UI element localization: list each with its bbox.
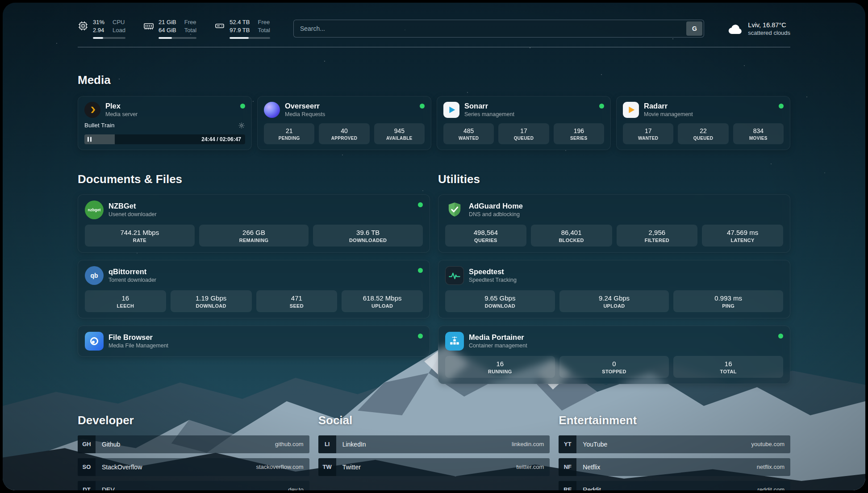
cpu-load: 2.94 <box>93 27 104 34</box>
app-subtitle: Usenet downloader <box>108 211 157 217</box>
link-netflix[interactable]: NF Netflix netflix.com <box>559 458 790 476</box>
stat-queued: 17 QUEUED <box>498 123 549 144</box>
status-dot <box>240 104 245 109</box>
stat-available: 945 AVAILABLE <box>374 123 425 144</box>
ram-widget: 21 GiB 64 GiB Free Total <box>143 19 196 39</box>
app-subtitle: Speedtest Tracking <box>469 277 517 283</box>
app-name: Plex <box>105 102 138 110</box>
app-subtitle: Movie management <box>644 111 693 117</box>
player-time: 24:44 / 02:06:47 <box>201 136 241 142</box>
stat-approved: 40 APPROVED <box>319 123 369 144</box>
cpu-label-bottom: Load <box>113 27 125 34</box>
portainer-icon <box>445 332 464 351</box>
cpu-icon <box>78 21 88 31</box>
stat-upload: 618.52 Mbps UPLOAD <box>342 290 423 312</box>
status-dot <box>420 104 425 109</box>
background-stars <box>3 3 4 4</box>
stat-pending: 21 PENDING <box>264 123 314 144</box>
stat-download: 9.65 Gbps DOWNLOAD <box>445 290 555 312</box>
app-name: Radarr <box>644 102 693 110</box>
cpu-progress-fill <box>93 37 103 39</box>
link-reddit[interactable]: RE Reddit reddit.com <box>559 481 790 491</box>
app-name: AdGuard Home <box>469 202 523 210</box>
stat-running: 16 RUNNING <box>445 356 555 378</box>
stat-upload: 9.24 Gbps UPLOAD <box>559 290 669 312</box>
plex-icon <box>84 102 100 118</box>
dashboard-screen: 31% 2.94 CPU Load <box>3 3 865 490</box>
youtube-icon: YT <box>559 435 576 453</box>
media-grid: Plex Media server Bullet Train 24:44 / 0 <box>78 96 790 150</box>
disk-free: 52.4 TB <box>230 19 250 26</box>
app-subtitle: Series management <box>464 111 514 117</box>
stat-latency: 47.569 ms LATENCY <box>702 225 783 246</box>
stat-total: 16 TOTAL <box>673 356 783 378</box>
ram-free: 21 GiB <box>159 19 176 26</box>
stat-downloaded: 39.6 TB DOWNLOADED <box>313 225 423 246</box>
radarr-card[interactable]: Radarr Movie management 17 WANTED 22 QUE… <box>616 96 790 150</box>
link-youtube[interactable]: YT YouTube youtube.com <box>559 435 790 453</box>
link-dev[interactable]: DT DEV dev.to <box>78 481 309 491</box>
disk-icon <box>214 21 225 31</box>
app-subtitle: Media Requests <box>285 111 325 117</box>
adguard-card[interactable]: AdGuard Home DNS and adblocking 498,564 … <box>438 194 790 253</box>
section-title-media: Media <box>78 73 790 87</box>
qbittorrent-icon: qb <box>85 266 104 285</box>
app-name: Speedtest <box>469 267 517 276</box>
section-title-documents: Documents & Files <box>78 172 430 186</box>
entertainment-section: Entertainment YT YouTube youtube.com NF … <box>559 414 790 491</box>
utilities-column: Utilities AdGu <box>438 153 790 384</box>
plex-card[interactable]: Plex Media server Bullet Train 24:44 / 0 <box>78 96 252 150</box>
filebrowser-icon <box>85 332 104 351</box>
netflix-icon: NF <box>559 458 576 476</box>
status-dot <box>599 104 604 109</box>
stat-seed: 471 SEED <box>256 290 338 312</box>
ram-label-top: Free <box>184 19 196 26</box>
filebrowser-card[interactable]: File Browser Media File Management <box>78 326 430 357</box>
section-title-entertainment: Entertainment <box>559 414 790 427</box>
app-name: qBittorrent <box>108 267 156 276</box>
search-engine-button[interactable]: G <box>686 21 702 36</box>
ram-progress-track <box>159 37 196 39</box>
ram-progress-fill <box>159 37 172 39</box>
link-twitter[interactable]: TW Twitter twitter.com <box>318 458 550 476</box>
link-linkedin[interactable]: LI LinkedIn linkedin.com <box>318 435 550 453</box>
player-progress-bar[interactable]: 24:44 / 02:06:47 <box>84 134 245 144</box>
sonarr-card[interactable]: Sonarr Series management 485 WANTED 17 Q… <box>437 96 611 150</box>
ram-label-bottom: Total <box>184 27 196 34</box>
status-dot <box>418 268 423 273</box>
search-input[interactable] <box>293 20 704 38</box>
stat-filtered: 2,956 FILTERED <box>617 225 698 246</box>
weather-widget: Lviv, 16.87°C scattered clouds <box>727 21 790 36</box>
speedtest-icon <box>445 266 464 285</box>
section-title-utilities: Utilities <box>438 172 790 186</box>
gear-icon[interactable] <box>238 122 245 129</box>
qbittorrent-card[interactable]: qb qBittorrent Torrent downloader 16 <box>78 260 430 318</box>
overseerr-card[interactable]: Overseerr Media Requests 21 PENDING 40 A… <box>257 96 431 150</box>
stat-download: 1.19 Gbps DOWNLOAD <box>171 290 252 312</box>
app-subtitle: Media File Management <box>108 343 168 349</box>
status-dot <box>779 104 784 109</box>
stat-remaining: 266 GB REMAINING <box>199 225 309 246</box>
cloud-icon <box>727 22 743 35</box>
cpu-label-top: CPU <box>113 19 125 26</box>
disk-progress-track <box>230 37 270 39</box>
developer-section: Developer GH Github github.com SO StackO… <box>78 414 309 491</box>
stat-series: 196 SERIES <box>554 123 604 144</box>
overseerr-icon <box>264 102 280 118</box>
link-stackoverflow[interactable]: SO StackOverflow stackoverflow.com <box>78 458 309 476</box>
speedtest-card[interactable]: Speedtest Speedtest Tracking 9.65 Gbps D… <box>438 260 790 318</box>
nzbget-card[interactable]: nzbget NZBGet Usenet downloader 744.21 M… <box>78 194 430 253</box>
social-section: Social LI LinkedIn linkedin.com TW Twitt… <box>318 414 550 491</box>
pause-icon[interactable] <box>88 137 92 142</box>
status-dot <box>418 202 423 207</box>
weather-location: Lviv, 16.87°C <box>748 21 790 29</box>
app-name: File Browser <box>108 333 168 342</box>
portainer-card[interactable]: Media Portainer Container management 16 … <box>438 326 790 384</box>
documents-column: Documents & Files nzbget NZBGet Usenet d… <box>78 153 430 384</box>
link-github[interactable]: GH Github github.com <box>78 435 309 453</box>
now-playing-title: Bullet Train <box>84 122 115 129</box>
section-title-developer: Developer <box>78 414 309 427</box>
stat-ping: 0.993 ms PING <box>673 290 783 312</box>
sonarr-icon <box>443 102 459 118</box>
disk-progress-fill <box>230 37 249 39</box>
